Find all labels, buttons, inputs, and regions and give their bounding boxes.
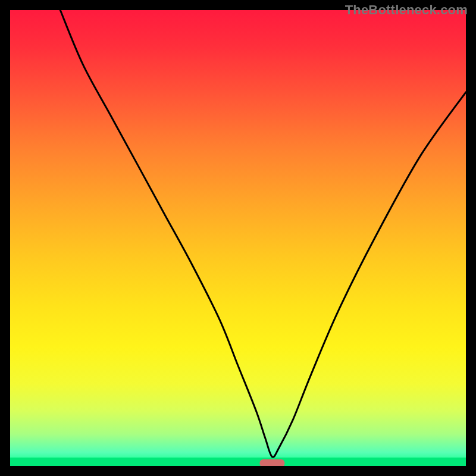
plot-area (10, 10, 466, 466)
optimum-marker (259, 459, 284, 466)
chart-frame: TheBottleneck.com (0, 0, 476, 476)
plot-inner (10, 10, 466, 466)
watermark-text: TheBottleneck.com (345, 2, 468, 18)
chart-svg (10, 10, 466, 466)
bottleneck-curve (60, 10, 466, 457)
